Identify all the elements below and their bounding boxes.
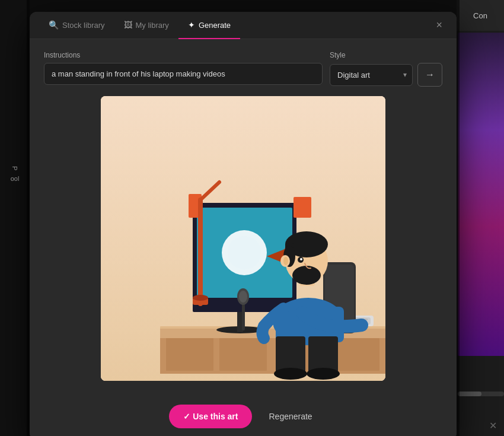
right-scrollbar[interactable]: [458, 392, 504, 396]
use-art-button[interactable]: ✓ Use this art: [169, 405, 252, 428]
tab-my-library[interactable]: 🖼 My library: [114, 12, 178, 39]
modal-overlay: 🔍 Stock library 🖼 My library ✦ Generate …: [27, 0, 460, 436]
svg-point-14: [228, 236, 261, 269]
style-group: Style Digital art Photorealistic Waterco…: [330, 51, 442, 87]
svg-rect-4: [166, 338, 213, 371]
modal-footer: ✓ Use this art Regenerate: [30, 393, 457, 436]
top-right-label: Con: [457, 0, 504, 31]
sidebar-play-label: P: [11, 166, 18, 170]
scrollbar-thumb[interactable]: [458, 392, 481, 396]
right-bg-image: [458, 33, 504, 356]
bottom-close-icon[interactable]: ✕: [489, 420, 497, 431]
svg-rect-7: [332, 338, 379, 371]
svg-point-50: [274, 368, 307, 380]
instructions-input[interactable]: [44, 63, 323, 85]
modal-body: Instructions Style Digital art Photoreal…: [30, 39, 457, 393]
sidebar-tool-label: ool: [11, 175, 20, 182]
svg-rect-43: [294, 271, 319, 281]
search-icon: 🔍: [49, 20, 59, 30]
tab-generate-label: Generate: [199, 21, 231, 30]
modal-close-button[interactable]: ×: [431, 17, 447, 34]
controls-row: Instructions Style Digital art Photoreal…: [44, 51, 442, 87]
style-select[interactable]: Digital art Photorealistic Watercolor Oi…: [330, 64, 413, 86]
svg-rect-17: [294, 197, 311, 218]
style-row: Digital art Photorealistic Watercolor Oi…: [330, 63, 442, 87]
library-icon: 🖼: [124, 20, 132, 30]
generate-icon: ✦: [188, 20, 195, 30]
svg-point-24: [239, 291, 247, 303]
tab-generate[interactable]: ✦ Generate: [178, 12, 240, 39]
svg-point-51: [307, 368, 340, 380]
illustration-svg: [101, 96, 385, 381]
svg-point-45: [300, 258, 302, 260]
tab-my-library-label: My library: [136, 21, 169, 30]
svg-point-47: [283, 257, 288, 265]
sidebar: P ool: [0, 0, 30, 436]
tab-stock-label: Stock library: [62, 21, 105, 30]
generate-arrow-button[interactable]: →: [417, 63, 442, 87]
style-label: Style: [330, 51, 442, 59]
generated-image: [101, 96, 385, 381]
instructions-label: Instructions: [44, 51, 323, 59]
tab-stock-library[interactable]: 🔍 Stock library: [39, 12, 114, 39]
style-select-wrapper: Digital art Photorealistic Watercolor Oi…: [330, 64, 413, 86]
modal-tabs: 🔍 Stock library 🖼 My library ✦ Generate …: [30, 12, 457, 39]
svg-rect-5: [219, 338, 267, 371]
modal-dialog: 🔍 Stock library 🖼 My library ✦ Generate …: [30, 12, 457, 436]
regenerate-button[interactable]: Regenerate: [264, 405, 317, 428]
instructions-group: Instructions: [44, 51, 323, 85]
svg-point-28: [193, 295, 208, 301]
